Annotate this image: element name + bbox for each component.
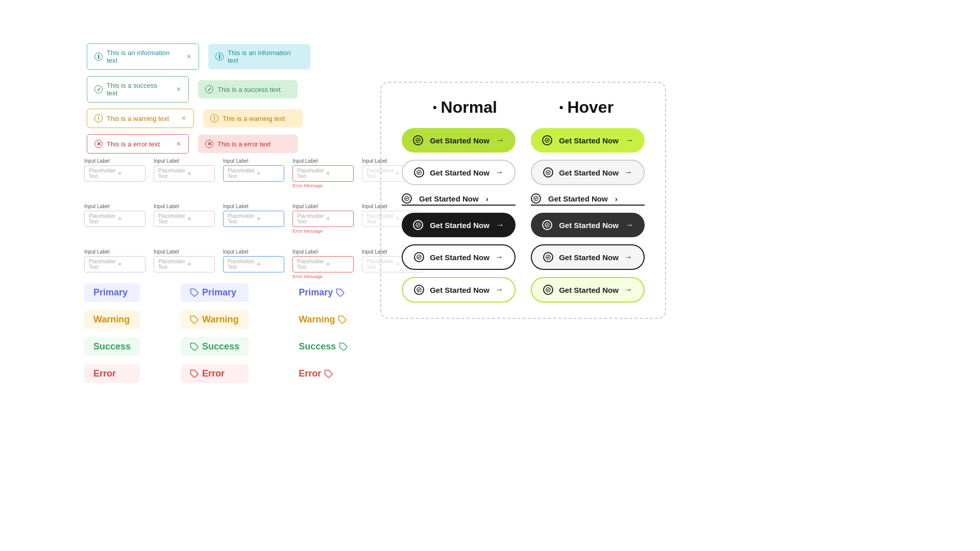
success-icon: ✓ <box>94 85 103 93</box>
check-svg-2h <box>546 170 551 175</box>
btn-green-outline-normal[interactable]: Get Started Now → <box>402 277 516 303</box>
success-alert-text: This is a success text <box>107 82 167 97</box>
btn-green-outline-hover[interactable]: Get Started Now → <box>531 277 645 303</box>
btn-pair-2: Get Started Now → Get Started Now → <box>402 160 645 185</box>
input-field-1[interactable]: Placeholder Text ✕ <box>84 165 145 182</box>
input-group-3: Input Label Placeholder Text ✕ <box>223 158 284 182</box>
input-clear-3[interactable]: ✕ <box>257 171 280 176</box>
input-field-3-4-error[interactable]: Placeholder Text ✕ <box>292 256 354 272</box>
input-placeholder-2: Placeholder Text <box>158 168 185 179</box>
input-cl-3-2[interactable]: ✕ <box>187 262 210 267</box>
info-alert-row: ℹ This is an information text ✕ ℹ This i… <box>87 43 310 70</box>
btn-outline-dark-normal[interactable]: Get Started Now → <box>402 244 516 270</box>
btn-green-pill-normal[interactable]: Get Started Now → <box>402 128 516 153</box>
hover-column-label: Hover <box>559 98 614 117</box>
input-error-msg-3-4: Error Message <box>292 274 354 279</box>
input-label-3-2: Input Label <box>154 249 215 255</box>
input-field-3-3-active[interactable]: Placeholder Text ✕ <box>223 256 284 272</box>
badge-success-icon-right: Success <box>289 337 357 356</box>
input-field-2-1[interactable]: Placeholder Text ✕ <box>84 211 145 227</box>
check-svg-6h <box>546 287 551 292</box>
arrow-right-icon-5h: → <box>624 253 632 262</box>
btn-outline-dark-hover[interactable]: Get Started Now → <box>531 244 645 270</box>
btn-cta-label-1h: Get Started Now <box>559 136 619 145</box>
input-group-4: Input Label Placeholder Text ✕ Error Mes… <box>292 158 354 188</box>
btn-outline-normal[interactable]: Get Started Now → <box>402 160 516 185</box>
btn-green-pill-hover[interactable]: Get Started Now → <box>531 128 645 153</box>
badge-col-icon: Primary Warning Success Error <box>181 283 249 383</box>
badges-section: Primary Warning Success Error Primary Wa… <box>84 283 357 383</box>
input-clear-2[interactable]: ✕ <box>187 171 210 176</box>
check-svg-4h <box>545 222 550 228</box>
btn-cta-label-2: Get Started Now <box>430 168 489 177</box>
warning-alert-close[interactable]: ✕ <box>176 115 186 121</box>
button-rows: Get Started Now → Get Started Now → Get … <box>402 128 645 303</box>
btn-textlink-normal[interactable]: Get Started Now › <box>402 192 516 206</box>
input-field-2-3-active[interactable]: Placeholder Text ✕ <box>223 211 284 227</box>
input-cl-2-1[interactable]: ✕ <box>118 216 141 221</box>
arrow-right-icon-3h: › <box>615 194 618 203</box>
btn-cta-label-5h: Get Started Now <box>559 253 619 262</box>
tag-icon-warning <box>190 315 199 324</box>
btn-cta-label-2h: Get Started Now <box>559 168 619 177</box>
badge-error-icon-right: Error <box>289 364 357 383</box>
input-field-4-error[interactable]: Placeholder Text ✕ <box>292 165 354 182</box>
input-field-2-4-error[interactable]: Placeholder Text ✕ <box>292 211 354 227</box>
input-group-2: Input Label Placeholder Text ✕ <box>154 158 215 182</box>
circle-check-icon-4 <box>413 220 423 230</box>
input-field-3-1[interactable]: Placeholder Text ✕ <box>84 256 145 272</box>
circle-check-icon-5h <box>543 252 553 262</box>
badge-primary-plain: Primary <box>84 283 140 302</box>
input-label-3-4: Input Label <box>292 249 354 255</box>
input-label-2-4: Input Label <box>292 204 354 209</box>
input-row-2: Input Label Placeholder Text ✕ Input Lab… <box>84 204 423 234</box>
tag-icon-error <box>190 369 199 379</box>
info-alert-close[interactable]: ✕ <box>181 54 191 60</box>
btn-outline-hover[interactable]: Get Started Now → <box>531 160 645 185</box>
info-icon-fill: ℹ <box>215 53 224 61</box>
btn-dark-normal[interactable]: Get Started Now → <box>402 213 516 237</box>
check-svg-5 <box>416 255 422 260</box>
success-alert-close[interactable]: ✕ <box>171 86 181 92</box>
input-cl-3-4[interactable]: ✕ <box>326 262 349 267</box>
input-label-2: Input Label <box>154 158 215 164</box>
input-cl-2-4[interactable]: ✕ <box>326 216 349 221</box>
input-cl-2-3[interactable]: ✕ <box>257 216 280 221</box>
input-cl-3-3[interactable]: ✕ <box>257 262 280 267</box>
btn-dark-hover[interactable]: Get Started Now → <box>531 213 645 237</box>
input-row-1: Input Label Placeholder Text ✕ Input Lab… <box>84 158 423 188</box>
warning-alert-row: ! This is a warning text ✕ ! This is a w… <box>87 109 310 128</box>
error-alert-close[interactable]: ✕ <box>171 141 181 147</box>
circle-check-icon-1 <box>413 135 423 145</box>
input-group-3-4: Input Label Placeholder Text ✕ Error Mes… <box>292 249 354 279</box>
input-group-3-3: Input Label Placeholder Text ✕ <box>223 249 284 272</box>
circle-check-icon-1h <box>542 135 552 145</box>
input-field-2[interactable]: Placeholder Text ✕ <box>154 165 215 182</box>
input-cl-2-2[interactable]: ✕ <box>187 216 210 221</box>
error-alert-border[interactable]: ✕ This is a error text ✕ <box>87 134 189 154</box>
badge-warning-plain: Warning <box>84 310 140 329</box>
arrow-right-icon-3: › <box>486 194 488 203</box>
badge-error-icon: Error <box>181 364 249 383</box>
circle-check-icon-4h <box>542 220 552 230</box>
input-clear-1[interactable]: ✕ <box>118 171 141 176</box>
warning-alert-border[interactable]: ! This is a warning text ✕ <box>87 109 194 128</box>
success-alert-fill-text: This is a success text <box>217 86 281 93</box>
check-svg-5h <box>546 255 551 260</box>
check-svg-2 <box>416 170 422 175</box>
check-svg-4 <box>415 222 421 228</box>
input-field-3-active[interactable]: Placeholder Text ✕ <box>223 165 284 182</box>
info-alert-border[interactable]: ℹ This is an information text ✕ <box>87 43 199 70</box>
success-alert-border[interactable]: ✓ This is a success text ✕ <box>87 76 189 103</box>
normal-column-label: Normal <box>433 98 497 117</box>
input-clear-4[interactable]: ✕ <box>326 171 349 176</box>
check-svg-6 <box>416 287 422 292</box>
input-cl-3-1[interactable]: ✕ <box>118 262 141 267</box>
info-alert-text: This is an information text <box>107 49 177 64</box>
input-group-2-4: Input Label Placeholder Text ✕ Error Mes… <box>292 204 354 234</box>
input-field-2-2[interactable]: Placeholder Text ✕ <box>154 211 215 227</box>
tag-icon-error-right <box>324 369 333 379</box>
btn-textlink-hover[interactable]: Get Started Now › <box>531 192 645 206</box>
arrow-right-icon-6h: → <box>624 285 632 294</box>
input-field-3-2[interactable]: Placeholder Text ✕ <box>154 256 215 272</box>
